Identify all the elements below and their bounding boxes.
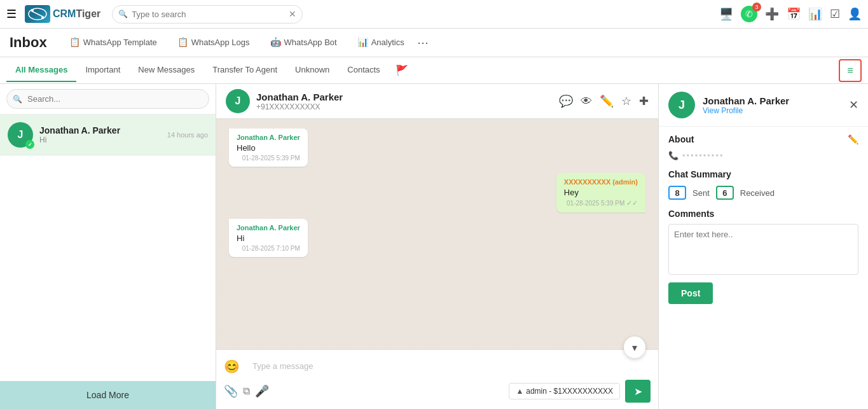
chat-message-input[interactable] <box>245 356 651 376</box>
chat-input-row: 😊 <box>224 356 651 376</box>
global-search-input[interactable] <box>112 5 303 24</box>
chat-area: J Jonathan A. Parker +91XXXXXXXXXX 💬 👁 ✏… <box>216 84 658 409</box>
attach-icon[interactable]: 📎 <box>224 384 238 398</box>
comments-textarea[interactable] <box>668 224 858 275</box>
load-more-button[interactable]: Load More <box>0 381 216 409</box>
top-nav: ☰ CRMTiger 🔍 ✕ 🖥️ ✆ 3 ➕ 📅 📊 ☑ 👤 <box>0 0 868 29</box>
search-clear-icon[interactable]: ✕ <box>289 9 296 19</box>
received-count: 6 <box>716 186 734 200</box>
hamburger-menu[interactable]: ☰ <box>6 7 17 21</box>
message-tabs: All Messages Important New Messages Tran… <box>0 57 868 84</box>
contact-name: Jonathan A. Parker <box>39 125 167 135</box>
notification-badge: 3 <box>752 3 761 11</box>
sent-count: 8 <box>668 186 686 200</box>
received-label: Received <box>740 188 775 198</box>
sidebar-search-input[interactable] <box>6 89 209 109</box>
contact-item[interactable]: J ✓ Jonathan A. Parker Hi 14 hours ago <box>0 114 216 156</box>
search-icon: 🔍 <box>118 10 128 18</box>
view-icon[interactable]: 👁 <box>581 95 592 108</box>
nav-icons: 🖥️ ✆ 3 ➕ 📅 📊 ☑ 👤 <box>719 6 862 22</box>
tab-transfer-agent[interactable]: Transfer To Agent <box>203 59 286 82</box>
sender-selector[interactable]: ▲ admin - $1XXXXXXXXXX <box>509 383 620 399</box>
tab-whatsapp-bot[interactable]: 🤖 WhatsApp Bot <box>261 32 347 53</box>
chat-input-area: 😊 📎 ⧉ 🎤 ▲ admin - $1XXXXXXXXXX ➤ <box>216 349 658 409</box>
tab-analytics-label: Analytics <box>371 38 404 47</box>
rp-body: About ✏️ 📞 •••••••••• Chat Summary 8 Sen… <box>659 127 868 409</box>
star-icon[interactable]: ☆ <box>621 94 631 108</box>
comments-title: Comments <box>668 209 858 219</box>
edit-icon[interactable]: ✏️ <box>600 94 614 108</box>
tab-all-messages[interactable]: All Messages <box>6 59 76 82</box>
contact-last-message: Hi <box>39 135 167 144</box>
logo: CRMTiger <box>25 5 100 23</box>
message-bubble-outgoing: XXXXXXXXXX (admin) Hey 01-28-2025 5:39 P… <box>556 173 645 212</box>
chat-input-toolbar: 📎 ⧉ 🎤 ▲ admin - $1XXXXXXXXXX ➤ <box>224 380 651 403</box>
check-icon[interactable]: ☑ <box>830 7 840 21</box>
post-button[interactable]: Post <box>668 282 713 304</box>
more-options-icon[interactable]: ⋯ <box>417 36 429 50</box>
calendar-icon[interactable]: 📅 <box>787 7 801 21</box>
sidebar-search-container: 🔍 <box>0 84 216 114</box>
message-box-icon[interactable]: ≡ <box>839 59 862 82</box>
message-item: Jonathan A. Parker Hi 01-28-2025 7:10 PM <box>229 219 308 257</box>
svg-line-1 <box>31 11 44 17</box>
chat-icon[interactable]: 💬 <box>559 94 573 108</box>
chat-contact-phone: +91XXXXXXXXXX <box>256 102 343 111</box>
logo-text: CRMTiger <box>53 8 100 20</box>
rp-close-button[interactable]: ✕ <box>849 98 858 112</box>
rp-about-section: About ✏️ <box>668 134 858 144</box>
tab-unknown[interactable]: Unknown <box>286 59 338 82</box>
left-sidebar: 🔍 J ✓ Jonathan A. Parker Hi 14 hours ago… <box>0 84 216 409</box>
double-check-icon: ✓✓ <box>626 199 638 207</box>
tab-logs-label: WhatsApp Logs <box>191 38 250 47</box>
rp-contact-info: Jonathan A. Parker View Profile <box>703 95 789 115</box>
whatsapp-badge: ✓ <box>25 140 34 149</box>
tab-whatsapp-logs[interactable]: 📋 WhatsApp Logs <box>168 32 259 53</box>
send-button[interactable]: ➤ <box>625 380 651 403</box>
tab-contacts[interactable]: Contacts <box>338 59 389 82</box>
add-action-icon[interactable]: ✚ <box>639 94 649 108</box>
rp-about-title: About <box>668 134 694 144</box>
message-time: 01-28-2025 5:39 PM <box>237 155 300 162</box>
user-icon[interactable]: 👤 <box>848 7 862 21</box>
tab-important[interactable]: Important <box>76 59 129 82</box>
rp-avatar: J <box>668 92 695 118</box>
tab-new-messages[interactable]: New Messages <box>129 59 203 82</box>
logs-icon: 📋 <box>177 37 188 47</box>
template-icon: 📋 <box>69 37 80 47</box>
chart-icon[interactable]: 📊 <box>808 7 822 21</box>
chat-summary-title: Chat Summary <box>668 169 858 179</box>
rp-phone-row: 📞 •••••••••• <box>668 151 858 160</box>
sent-label: Sent <box>692 188 710 198</box>
rp-phone-value: •••••••••• <box>682 151 724 160</box>
mic-icon[interactable]: 🎤 <box>255 384 269 398</box>
tab-bot-label: WhatsApp Bot <box>284 38 337 47</box>
phone-icon: 📞 <box>668 151 679 160</box>
contact-list: J ✓ Jonathan A. Parker Hi 14 hours ago <box>0 114 216 381</box>
global-search[interactable]: 🔍 ✕ <box>112 5 303 24</box>
monitor-icon[interactable]: 🖥️ <box>719 7 733 21</box>
tab-whatsapp-template[interactable]: 📋 WhatsApp Template <box>60 32 167 53</box>
bot-icon: 🤖 <box>270 37 281 47</box>
right-panel-header: J Jonathan A. Parker View Profile ✕ <box>659 84 868 127</box>
message-text: Hi <box>237 233 300 243</box>
message-item: Jonathan A. Parker Hello 01-28-2025 5:39… <box>229 128 308 167</box>
flag-icon[interactable]: 🚩 <box>396 64 408 76</box>
chat-contact-info: Jonathan A. Parker +91XXXXXXXXXX <box>256 92 343 111</box>
rp-view-profile-link[interactable]: View Profile <box>703 106 789 115</box>
add-icon[interactable]: ➕ <box>765 7 779 21</box>
inbox-toolbar: Inbox 📋 WhatsApp Template 📋 WhatsApp Log… <box>0 29 868 57</box>
summary-row: 8 Sent 6 Received <box>668 186 858 200</box>
emoji-button[interactable]: 😊 <box>224 359 240 374</box>
copy-icon[interactable]: ⧉ <box>243 385 250 397</box>
whatsapp-nav-icon[interactable]: ✆ 3 <box>741 6 757 22</box>
rp-edit-icon[interactable]: ✏️ <box>848 134 858 144</box>
chat-messages: Jonathan A. Parker Hello 01-28-2025 5:39… <box>216 119 658 349</box>
scroll-down-button[interactable]: ▾ <box>624 336 645 358</box>
chat-contact-avatar: J <box>226 89 250 113</box>
chat-list-icon: ≡ <box>847 65 853 76</box>
right-panel: J Jonathan A. Parker View Profile ✕ Abou… <box>658 84 868 409</box>
tab-analytics[interactable]: 📊 Analytics <box>348 32 414 53</box>
comments-section: Comments Post <box>668 209 858 304</box>
message-time: 01-28-2025 5:39 PM ✓✓ <box>564 199 638 207</box>
